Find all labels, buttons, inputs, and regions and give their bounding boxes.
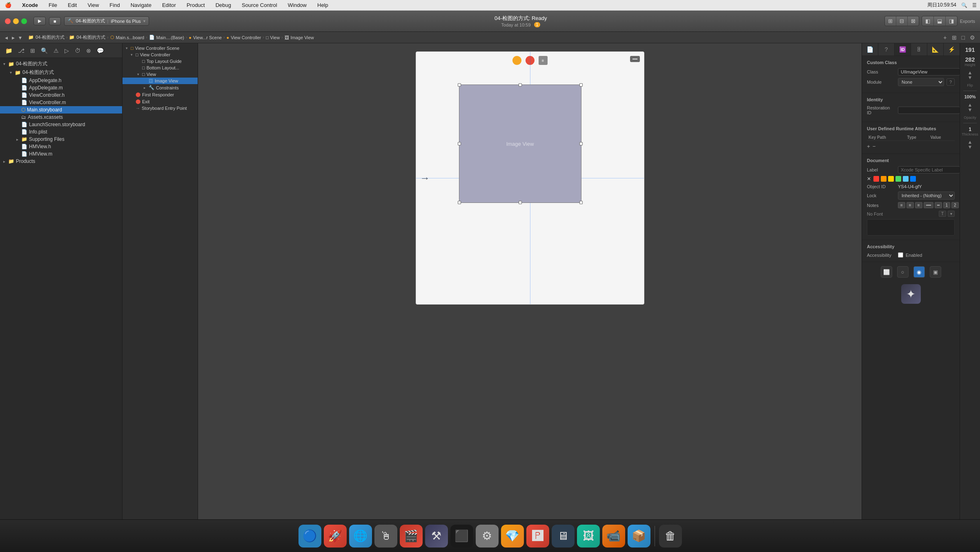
menu-source-control[interactable]: Source Control	[240, 1, 279, 9]
module-btn[interactable]: ?	[947, 78, 955, 86]
height-stepper[interactable]: ▲ ▼	[968, 70, 973, 80]
percent-stepper-down[interactable]: ▼	[968, 107, 973, 112]
breakpoint-navigator-btn[interactable]: ⊗	[84, 46, 93, 55]
scene-top-layout[interactable]: □ Top Layout Guide	[122, 58, 198, 65]
acc-radio-btn[interactable]: ◉	[913, 266, 925, 278]
sidebar-item-launch-screen[interactable]: 📄 LaunchScreen.storyboard	[0, 121, 122, 128]
apple-menu[interactable]: 🍎	[3, 1, 13, 9]
breadcrumb-storyboard[interactable]: ⬡ Main.s...board	[110, 35, 145, 40]
doc-label-input[interactable]	[898, 166, 960, 174]
color-dot-orange[interactable]	[881, 176, 886, 182]
sidebar-item-hmview-h[interactable]: 📄 HMView.h	[0, 143, 122, 150]
handle-top-left[interactable]	[458, 83, 461, 87]
notes-btn-6[interactable]: 1	[943, 202, 951, 208]
handle-bot-left[interactable]	[458, 201, 461, 204]
class-input[interactable]	[898, 68, 960, 76]
dock-xcode[interactable]: ⚒	[425, 525, 448, 548]
thickness-stepper[interactable]: ▲ ▼	[968, 140, 973, 149]
warn-indicator[interactable]	[512, 56, 521, 65]
dock-preview[interactable]: 🖼	[577, 525, 600, 548]
menu-search-icon[interactable]: 🔍	[961, 2, 967, 8]
right-panel-btn[interactable]: ◨	[946, 16, 957, 26]
module-select[interactable]: None	[898, 78, 944, 86]
close-button[interactable]	[5, 18, 11, 24]
dock-finder[interactable]: 🔵	[298, 525, 321, 548]
font-picker-btn[interactable]: T	[939, 211, 946, 217]
canvas-area[interactable]: ≡ ━━ → Image View	[198, 43, 862, 552]
stop-button[interactable]: ■	[49, 17, 61, 25]
scene-vc-scene[interactable]: ▾ □ View Controller Scene	[122, 45, 198, 51]
tab-connections-inspector[interactable]: ⚡	[944, 43, 960, 56]
menu-window[interactable]: Window	[286, 1, 308, 9]
remove-attribute-btn[interactable]: −	[873, 143, 876, 149]
breadcrumb-base[interactable]: 📄 Main....(Base)	[149, 35, 184, 40]
add-attribute-btn[interactable]: +	[867, 143, 870, 149]
scene-exit[interactable]: ⬤ Exit	[122, 98, 198, 105]
issue-navigator-btn[interactable]: ⚠	[51, 46, 61, 55]
handle-bot-center[interactable]	[519, 201, 522, 204]
menu-product[interactable]: Product	[185, 1, 207, 9]
menu-edit[interactable]: Edit	[66, 1, 78, 9]
color-dot-red[interactable]	[873, 176, 879, 182]
tab-attributes-inspector[interactable]: 🎚	[911, 43, 927, 56]
debug-navigator-btn[interactable]: ⏱	[73, 46, 82, 55]
sidebar-item-assets[interactable]: 🗂 Assets.xcassets	[0, 114, 122, 121]
menu-navigate[interactable]: Navigate	[129, 1, 153, 9]
sidebar-item-hmview-m[interactable]: 📄 HMView.m	[0, 150, 122, 158]
dock-sketch[interactable]: 💎	[501, 525, 524, 548]
notes-btn-4[interactable]: ━━	[924, 202, 933, 208]
tab-identity-inspector[interactable]: 🆔	[895, 43, 911, 56]
notes-btn-2[interactable]: ≡	[906, 202, 914, 208]
breadcrumb-forward-btn[interactable]: ▸	[10, 33, 16, 42]
dock-quicktime[interactable]: 🎬	[400, 525, 423, 548]
scene-bottom-layout[interactable]: □ Bottom Layout...	[122, 65, 198, 71]
breadcrumb-project[interactable]: 📁 04-检图的方式	[28, 34, 65, 40]
notes-btn-3[interactable]: ≡	[915, 202, 922, 208]
menu-debug[interactable]: Debug	[214, 1, 233, 9]
dock-safari[interactable]: 🌐	[349, 525, 372, 548]
maximize-button[interactable]	[21, 18, 27, 24]
test-navigator-btn[interactable]: ▷	[62, 46, 71, 55]
dock-prefs[interactable]: ⚙	[476, 525, 499, 548]
menu-list-icon[interactable]: ☰	[972, 2, 977, 8]
sidebar-item-supporting[interactable]: ▸ 📁 Supporting Files	[0, 136, 122, 143]
breadcrumb-scene[interactable]: ● View...r Scene	[189, 35, 222, 40]
handle-bot-right[interactable]	[579, 201, 583, 204]
sidebar-item-info-plist[interactable]: 📄 Info.plist	[0, 128, 122, 136]
dock-mouse[interactable]: 🖱	[374, 525, 397, 548]
color-dot-blue[interactable]	[910, 176, 916, 182]
accessibility-enabled-checkbox[interactable]	[898, 252, 903, 258]
scene-constraints[interactable]: ▸ 🔧 Constraints	[122, 84, 198, 91]
assistant-editor-btn[interactable]: ⊟	[896, 16, 908, 26]
show-properties-btn[interactable]: ⚙	[968, 33, 977, 42]
show-inspector-btn[interactable]: ⊞	[950, 33, 958, 42]
sidebar-item-viewcontroller-m[interactable]: 📄 ViewController.m	[0, 99, 122, 106]
dock-iterm[interactable]: 🖥	[552, 525, 575, 548]
dock-terminal[interactable]: ⬛	[450, 525, 473, 548]
notes-btn-7[interactable]: 2	[951, 202, 959, 208]
thickness-stepper-down[interactable]: ▼	[968, 145, 973, 149]
log-navigator-btn[interactable]: 💬	[95, 46, 106, 55]
show-library-btn[interactable]: □	[960, 33, 967, 42]
breadcrumb-view[interactable]: □ View	[266, 35, 280, 40]
file-navigator-btn[interactable]: 📁	[3, 46, 14, 55]
restoration-id-input[interactable]	[898, 107, 960, 114]
menu-view[interactable]: View	[86, 1, 100, 9]
acc-grid-btn[interactable]: ▣	[930, 266, 941, 278]
breadcrumb-back-btn[interactable]: ◂	[3, 33, 9, 42]
acc-circle-btn[interactable]: ○	[897, 266, 909, 278]
scene-first-responder[interactable]: ⬤ First Responder	[122, 91, 198, 98]
breadcrumb-menu-btn[interactable]: ▾	[17, 33, 23, 42]
minimize-button[interactable]	[13, 18, 19, 24]
tab-size-inspector[interactable]: 📐	[927, 43, 944, 56]
breadcrumb-image-view[interactable]: 🖼 Image View	[285, 35, 314, 40]
dock-pp[interactable]: 🅿	[526, 525, 549, 548]
menu-find[interactable]: Find	[108, 1, 121, 9]
menu-help[interactable]: Help	[316, 1, 330, 9]
sidebar-item-products[interactable]: ▸ 📁 Products	[0, 158, 122, 165]
run-button[interactable]: ▶	[33, 17, 46, 25]
notes-btn-5[interactable]: ━	[935, 202, 942, 208]
handle-top-right[interactable]	[579, 83, 583, 87]
scene-view[interactable]: ▾ □ View	[122, 71, 198, 78]
color-dot-green[interactable]	[895, 176, 901, 182]
